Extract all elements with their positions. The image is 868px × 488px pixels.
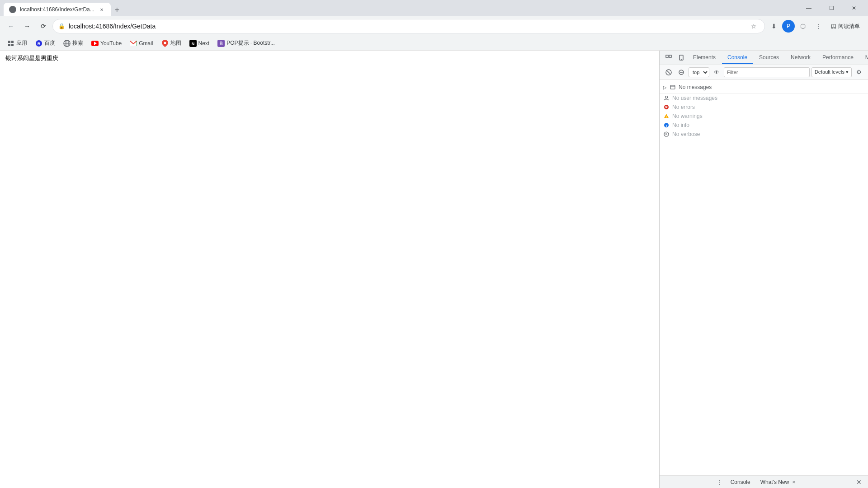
messages-group-icon: [670, 84, 676, 90]
console-filter-input[interactable]: [724, 67, 810, 77]
performance-tab-label: Performance: [822, 54, 854, 61]
default-levels-button[interactable]: Default levels ▾: [811, 67, 852, 77]
user-msg-icon: [663, 95, 670, 101]
toolbar-right: ⬇ P ⬡ ⋮ 🕮 阅读清单: [767, 19, 864, 33]
tab-strip: localhost:41686/Index/GetDa... ✕ +: [4, 0, 797, 16]
bookmark-pop-label: POP提示 · Bootstr...: [226, 39, 275, 47]
bookmark-gmail[interactable]: Gmail: [126, 38, 156, 49]
title-bar: localhost:41686/Index/GetDa... ✕ + — ☐ ✕: [0, 0, 868, 16]
reader-mode-button[interactable]: 🕮 阅读清单: [826, 21, 864, 32]
page-text: 银河系闹星是男重庆: [5, 54, 654, 62]
svg-point-16: [164, 42, 166, 44]
bottom-console-label: Console: [731, 479, 750, 485]
content-area: 银河系闹星是男重庆 Elements Console: [0, 51, 868, 488]
bookmark-search-label: 搜索: [72, 39, 83, 47]
svg-text:!: !: [666, 115, 667, 118]
svg-rect-1: [8, 41, 10, 43]
bottom-console-tab[interactable]: Console: [726, 477, 755, 488]
bookmark-maps-label: 地图: [170, 39, 181, 47]
devtools-bottom-bar: ⋮ Console What's New ✕ ✕: [660, 475, 868, 488]
console-settings-icon[interactable]: ⚙: [854, 67, 864, 78]
tab-network[interactable]: Network: [785, 52, 816, 64]
forward-button[interactable]: →: [20, 19, 34, 33]
gmail-icon: [130, 40, 137, 47]
bookmark-maps[interactable]: 地图: [158, 38, 185, 49]
bookmark-gmail-label: Gmail: [139, 40, 153, 47]
info-msg-icon: i: [663, 122, 670, 128]
bookmark-bootstrap[interactable]: B POP提示 · Bootstr...: [214, 38, 278, 49]
console-clear-icon[interactable]: [663, 67, 674, 78]
devtools-tab-bar: Elements Console Sources Network Perform…: [660, 51, 868, 65]
network-tab-label: Network: [791, 54, 811, 61]
grid-icon: [7, 40, 14, 47]
devtools-inspect-icon[interactable]: [663, 52, 674, 63]
no-info-text: No info: [672, 122, 689, 128]
group-toggle-icon: ▷: [663, 85, 667, 90]
tab-console[interactable]: Console: [722, 52, 753, 64]
svg-rect-3: [8, 44, 10, 46]
svg-rect-21: [666, 55, 668, 57]
no-warnings-item: ! No warnings: [660, 112, 868, 121]
console-context-select[interactable]: top: [689, 67, 709, 77]
no-messages-label: No messages: [679, 84, 712, 90]
warning-msg-icon: !: [663, 113, 670, 119]
close-button[interactable]: ✕: [844, 0, 864, 16]
back-button[interactable]: ←: [4, 19, 18, 33]
no-verbose-text: No verbose: [672, 131, 700, 137]
console-filter-icon[interactable]: [676, 67, 687, 78]
bookmark-youtube-label: YouTube: [100, 40, 122, 47]
no-warnings-text: No warnings: [672, 113, 703, 119]
tab-memory[interactable]: Memory: [860, 52, 868, 64]
active-tab[interactable]: localhost:41686/Index/GetDa... ✕: [4, 3, 111, 16]
bookmark-next[interactable]: N Next: [186, 38, 213, 49]
svg-text:N: N: [191, 42, 194, 46]
tab-sources[interactable]: Sources: [754, 52, 784, 64]
reader-icon: 🕮: [831, 23, 836, 29]
bottom-close-devtools-icon[interactable]: ✕: [854, 477, 864, 488]
no-messages-group: ▷ No messages: [660, 81, 868, 94]
console-eye-icon[interactable]: 👁: [711, 67, 722, 78]
bookmark-next-label: Next: [198, 40, 210, 47]
new-tab-button[interactable]: +: [111, 4, 123, 16]
default-levels-label: Default levels ▾: [815, 69, 849, 75]
tab-elements[interactable]: Elements: [688, 52, 721, 64]
address-bar[interactable]: 🔒 localhost:41686/Index/GetData ☆: [52, 19, 765, 33]
no-verbose-item: No verbose: [660, 130, 868, 139]
more-options-icon[interactable]: ⋮: [811, 19, 826, 33]
download-icon[interactable]: ⬇: [767, 19, 781, 33]
no-errors-text: No errors: [672, 104, 695, 110]
svg-point-39: [664, 132, 669, 136]
bottom-more-icon[interactable]: ⋮: [714, 477, 725, 488]
navigation-toolbar: ← → ⟳ 🔒 localhost:41686/Index/GetData ☆ …: [0, 16, 868, 36]
refresh-button[interactable]: ⟳: [36, 19, 51, 33]
bookmark-apps[interactable]: 应用: [4, 38, 31, 49]
tab-performance[interactable]: Performance: [817, 52, 859, 64]
no-messages-header[interactable]: ▷ No messages: [663, 83, 864, 91]
extensions-icon[interactable]: ⬡: [796, 19, 810, 33]
bootstrap-icon: B: [217, 40, 225, 47]
tab-title: localhost:41686/Index/GetDa...: [20, 6, 94, 13]
svg-text:B: B: [38, 42, 41, 46]
svg-point-0: [10, 7, 15, 12]
bottom-whats-new-close-icon[interactable]: ✕: [791, 479, 797, 485]
bookmark-youtube[interactable]: YouTube: [88, 38, 125, 49]
tab-close-button[interactable]: ✕: [98, 6, 105, 13]
bottom-whats-new-tab[interactable]: What's New ✕: [756, 477, 802, 488]
memory-tab-label: Memory: [865, 54, 868, 61]
console-tab-label: Console: [727, 54, 747, 61]
svg-text:i: i: [666, 124, 667, 128]
bookmark-baidu[interactable]: B 百度: [32, 38, 59, 49]
bookmarks-bar: 应用 B 百度 搜索 YouTube Gmail: [0, 36, 868, 51]
devtools-device-icon[interactable]: [676, 52, 687, 63]
address-text: localhost:41686/Index/GetData: [69, 23, 745, 30]
profile-avatar[interactable]: P: [782, 20, 795, 33]
minimize-button[interactable]: —: [798, 0, 819, 16]
address-right-icons: ☆: [748, 21, 759, 32]
bookmark-star-icon[interactable]: ☆: [748, 21, 759, 32]
devtools-top-icons: [663, 52, 687, 63]
maximize-button[interactable]: ☐: [821, 0, 842, 16]
console-messages-area: ▷ No messages No user messages: [660, 80, 868, 475]
page-content: 银河系闹星是男重庆: [0, 51, 659, 488]
bookmark-search[interactable]: 搜索: [60, 38, 87, 49]
error-msg-icon: [663, 104, 670, 110]
